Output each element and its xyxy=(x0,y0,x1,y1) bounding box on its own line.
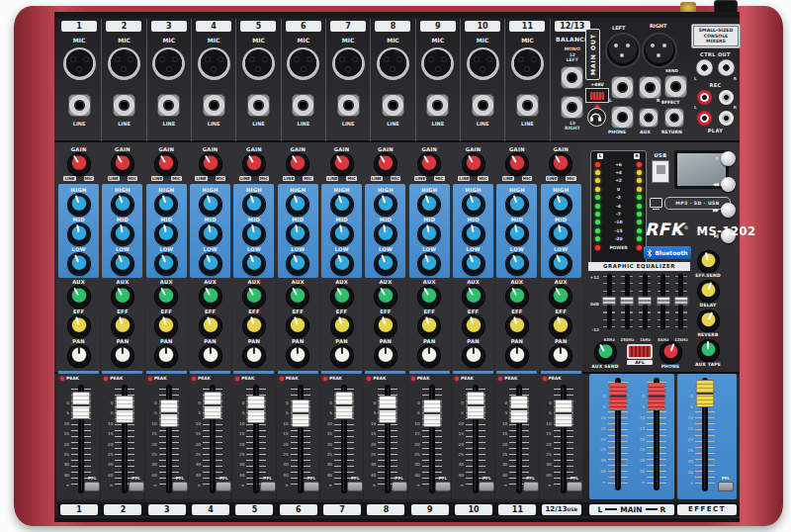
aux-knob[interactable] xyxy=(287,286,308,308)
fader-cap[interactable] xyxy=(291,399,309,427)
eff-knob[interactable] xyxy=(287,315,308,337)
low-knob[interactable] xyxy=(463,253,484,275)
low-knob[interactable] xyxy=(418,253,440,275)
gain-knob[interactable] xyxy=(243,153,265,175)
next-button[interactable] xyxy=(721,203,736,218)
fader-cap[interactable] xyxy=(466,392,484,419)
aux-knob[interactable] xyxy=(243,286,265,308)
gain-knob[interactable] xyxy=(418,153,440,175)
aux-send-knob[interactable] xyxy=(595,342,616,363)
fader-cap[interactable] xyxy=(116,396,134,423)
gain-knob[interactable] xyxy=(463,153,484,175)
fader-cap[interactable] xyxy=(247,396,266,423)
fader-cap[interactable] xyxy=(422,399,441,427)
gain-knob[interactable] xyxy=(331,153,353,175)
aux-knob[interactable] xyxy=(200,286,221,308)
pfl-button[interactable] xyxy=(392,482,407,491)
pan-knob[interactable] xyxy=(112,345,133,367)
pfl-button[interactable] xyxy=(435,482,451,491)
phantom-switch[interactable] xyxy=(585,88,609,103)
low-knob[interactable] xyxy=(550,253,571,275)
main-l-fader-cap[interactable] xyxy=(608,383,627,410)
eff-knob[interactable] xyxy=(68,315,90,337)
reverb-knob[interactable] xyxy=(698,310,719,331)
fader-cap[interactable] xyxy=(203,392,221,419)
high-knob[interactable] xyxy=(331,194,353,216)
pan-knob[interactable] xyxy=(68,345,90,367)
pan-knob[interactable] xyxy=(155,345,177,367)
geq-slider-cap[interactable] xyxy=(638,297,653,306)
high-knob[interactable] xyxy=(418,194,440,216)
mid-knob[interactable] xyxy=(155,223,177,245)
mid-knob[interactable] xyxy=(506,223,528,245)
aux-tape-knob[interactable] xyxy=(698,340,719,361)
mid-knob[interactable] xyxy=(463,223,484,245)
gain-knob[interactable] xyxy=(68,153,90,175)
high-knob[interactable] xyxy=(375,194,396,216)
pan-knob[interactable] xyxy=(331,345,353,367)
eff-knob[interactable] xyxy=(243,315,265,337)
fader-cap[interactable] xyxy=(554,399,572,427)
gain-knob[interactable] xyxy=(287,153,308,175)
pfl-button[interactable] xyxy=(523,482,539,491)
low-knob[interactable] xyxy=(331,253,353,275)
pfl-button[interactable] xyxy=(216,482,231,491)
mid-knob[interactable] xyxy=(375,223,396,245)
effect-fader-cap[interactable] xyxy=(695,380,714,407)
high-knob[interactable] xyxy=(243,194,265,216)
pfl-button[interactable] xyxy=(304,482,319,491)
afl-button[interactable] xyxy=(627,344,653,359)
aux-knob[interactable] xyxy=(418,286,440,308)
eff-knob[interactable] xyxy=(200,315,221,337)
fader-cap[interactable] xyxy=(510,396,529,423)
fader-cap[interactable] xyxy=(159,399,178,427)
low-knob[interactable] xyxy=(375,253,396,275)
prev-button[interactable] xyxy=(721,177,736,192)
low-knob[interactable] xyxy=(112,253,133,275)
mid-knob[interactable] xyxy=(112,223,133,245)
gain-knob[interactable] xyxy=(112,153,133,175)
aux-knob[interactable] xyxy=(463,286,484,308)
eff-knob[interactable] xyxy=(331,315,353,337)
eff-knob[interactable] xyxy=(506,315,528,337)
high-knob[interactable] xyxy=(287,194,308,216)
aux-knob[interactable] xyxy=(550,286,571,308)
pan-knob[interactable] xyxy=(550,345,571,367)
geq-slider-cap[interactable] xyxy=(673,297,688,306)
mid-knob[interactable] xyxy=(331,223,353,245)
high-knob[interactable] xyxy=(155,194,177,216)
main-r-fader-cap[interactable] xyxy=(648,383,666,410)
eff-knob[interactable] xyxy=(463,315,484,337)
eff-knob[interactable] xyxy=(155,315,177,337)
low-knob[interactable] xyxy=(243,253,265,275)
aux-knob[interactable] xyxy=(112,286,133,308)
eff-send-knob[interactable] xyxy=(698,251,719,272)
high-knob[interactable] xyxy=(550,194,571,216)
pan-knob[interactable] xyxy=(287,345,308,367)
low-knob[interactable] xyxy=(506,253,528,275)
aux-knob[interactable] xyxy=(506,286,528,308)
aux-knob[interactable] xyxy=(155,286,177,308)
low-knob[interactable] xyxy=(287,253,308,275)
aux-knob[interactable] xyxy=(375,286,396,308)
pan-knob[interactable] xyxy=(243,345,265,367)
eff-knob[interactable] xyxy=(375,315,396,337)
gain-knob[interactable] xyxy=(375,153,396,175)
mid-knob[interactable] xyxy=(243,223,265,245)
low-knob[interactable] xyxy=(68,253,90,275)
eff-knob[interactable] xyxy=(418,315,440,337)
gain-knob[interactable] xyxy=(155,153,177,175)
high-knob[interactable] xyxy=(112,194,133,216)
pfl-button[interactable] xyxy=(567,482,582,491)
effect-pfl-button[interactable] xyxy=(718,482,734,491)
geq-slider-cap[interactable] xyxy=(656,297,670,306)
eff-knob[interactable] xyxy=(112,315,133,337)
pfl-button[interactable] xyxy=(347,482,363,491)
pfl-button[interactable] xyxy=(172,482,188,491)
mid-knob[interactable] xyxy=(287,223,308,245)
eff-knob[interactable] xyxy=(550,315,571,337)
gain-knob[interactable] xyxy=(550,153,571,175)
pan-knob[interactable] xyxy=(506,345,528,367)
mid-knob[interactable] xyxy=(418,223,440,245)
pfl-button[interactable] xyxy=(84,482,100,491)
